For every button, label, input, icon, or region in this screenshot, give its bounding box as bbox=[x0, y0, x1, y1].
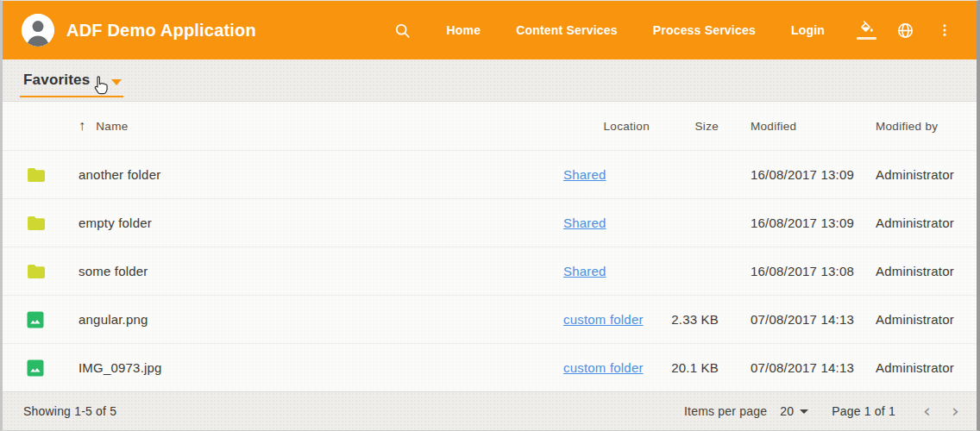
modified-by: Administrator bbox=[876, 216, 958, 230]
file-name[interactable]: angular.png bbox=[58, 312, 563, 327]
modified-by-column-header[interactable]: Modified by bbox=[876, 120, 958, 133]
app-header: ADF Demo Application Home Content Servic… bbox=[3, 1, 977, 59]
table-header-row: ↑ Name Location Size Modified Modified b… bbox=[3, 102, 977, 150]
showing-label: Showing 1-5 of 5 bbox=[23, 404, 116, 418]
next-page-button[interactable]: › bbox=[952, 402, 959, 421]
app-window: ADF Demo Application Home Content Servic… bbox=[0, 0, 980, 431]
table-row[interactable]: some folder Shared 16/08/2017 13:08 Admi… bbox=[3, 247, 977, 295]
name-column-label: Name bbox=[96, 120, 128, 133]
color-fill-icon[interactable] bbox=[857, 21, 876, 41]
previous-page-button[interactable]: ‹ bbox=[923, 402, 931, 421]
file-size: 2.33 KB bbox=[650, 312, 719, 327]
name-column-header[interactable]: ↑ Name bbox=[58, 119, 563, 133]
folder-icon bbox=[25, 165, 47, 185]
person-icon bbox=[22, 14, 54, 47]
active-underline bbox=[20, 96, 123, 97]
location-link[interactable]: custom folder bbox=[563, 312, 644, 327]
page-label: Page 1 of 1 bbox=[832, 404, 895, 418]
nav-process-services[interactable]: Process Services bbox=[653, 23, 756, 37]
table-row[interactable]: IMG_0973.jpg custom folder 20.1 KB 07/08… bbox=[3, 343, 977, 391]
nav-home[interactable]: Home bbox=[446, 23, 481, 37]
theme-underline bbox=[857, 37, 876, 41]
dropdown-caret-icon[interactable] bbox=[111, 79, 122, 85]
more-options-icon[interactable] bbox=[937, 22, 952, 38]
nav-login[interactable]: Login bbox=[791, 23, 825, 37]
file-name[interactable]: another folder bbox=[58, 167, 563, 182]
file-size: 20.1 KB bbox=[650, 360, 719, 375]
file-name[interactable]: empty folder bbox=[58, 216, 563, 230]
file-name[interactable]: some folder bbox=[58, 264, 563, 278]
table-row[interactable]: angular.png custom folder 2.33 KB 07/08/… bbox=[3, 295, 977, 343]
modified-date: 07/08/2017 14:13 bbox=[751, 360, 876, 375]
favorites-dropdown[interactable]: Favorites bbox=[23, 72, 90, 89]
modified-by: Administrator bbox=[876, 264, 958, 278]
modified-date: 16/08/2017 13:09 bbox=[751, 167, 876, 182]
image-icon bbox=[25, 309, 46, 330]
file-name[interactable]: IMG_0973.jpg bbox=[58, 360, 563, 375]
table-body: another folder Shared 16/08/2017 13:09 A… bbox=[3, 150, 977, 391]
folder-icon bbox=[25, 261, 47, 282]
dropdown-caret-icon bbox=[800, 409, 808, 414]
image-icon bbox=[25, 358, 46, 378]
items-per-page-select[interactable]: 20 bbox=[780, 404, 808, 418]
modified-by: Administrator bbox=[876, 360, 958, 375]
location-link[interactable]: Shared bbox=[563, 167, 606, 182]
modified-date: 07/08/2017 14:13 bbox=[751, 312, 876, 327]
items-per-page-value: 20 bbox=[780, 404, 794, 418]
folder-icon bbox=[25, 213, 47, 234]
document-list: ↑ Name Location Size Modified Modified b… bbox=[3, 102, 977, 391]
modified-date: 16/08/2017 13:09 bbox=[751, 216, 876, 230]
location-link[interactable]: Shared bbox=[563, 264, 606, 278]
main-nav: Home Content Services Process Services L… bbox=[394, 21, 952, 41]
nav-content-services[interactable]: Content Services bbox=[516, 23, 618, 37]
modified-by: Administrator bbox=[876, 312, 958, 327]
content-header: Favorites bbox=[3, 59, 977, 102]
table-row[interactable]: empty folder Shared 16/08/2017 13:09 Adm… bbox=[3, 198, 977, 247]
user-avatar-icon[interactable] bbox=[22, 14, 54, 47]
items-per-page-label: Items per page bbox=[684, 404, 767, 418]
table-row[interactable]: another folder Shared 16/08/2017 13:09 A… bbox=[3, 150, 977, 198]
location-column-header[interactable]: Location bbox=[563, 120, 650, 133]
pagination-bar: Showing 1-5 of 5 Items per page 20 Page … bbox=[3, 391, 977, 430]
sort-ascending-icon[interactable]: ↑ bbox=[79, 119, 85, 133]
search-icon[interactable] bbox=[394, 22, 411, 39]
mouse-cursor-icon bbox=[91, 75, 111, 97]
size-column-header[interactable]: Size bbox=[650, 120, 719, 133]
location-link[interactable]: custom folder bbox=[563, 360, 644, 375]
pagination-controls: Items per page 20 Page 1 of 1 ‹ › bbox=[684, 402, 959, 421]
modified-column-header[interactable]: Modified bbox=[751, 120, 876, 133]
app-title: ADF Demo Application bbox=[66, 21, 256, 41]
modified-by: Administrator bbox=[876, 167, 958, 182]
modified-date: 16/08/2017 13:08 bbox=[751, 264, 876, 278]
language-icon[interactable] bbox=[896, 22, 914, 40]
location-link[interactable]: Shared bbox=[563, 216, 606, 230]
